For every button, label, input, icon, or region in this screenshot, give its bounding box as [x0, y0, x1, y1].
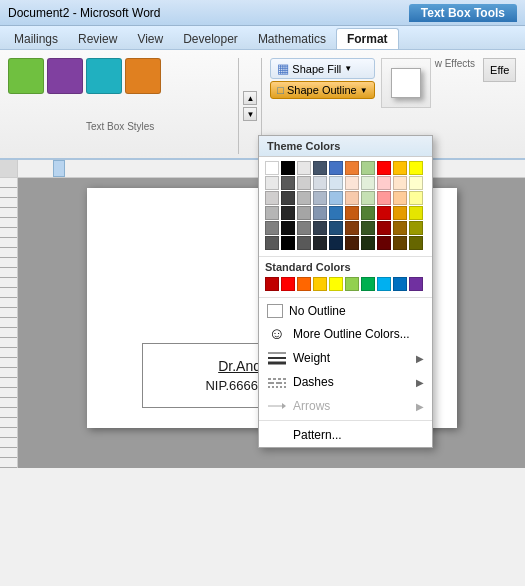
- theme-color-swatch[interactable]: [281, 161, 295, 175]
- swatch-teal[interactable]: [86, 58, 122, 94]
- tab-view[interactable]: View: [127, 29, 173, 49]
- theme-color-swatch[interactable]: [345, 206, 359, 220]
- theme-color-swatch[interactable]: [393, 161, 407, 175]
- theme-color-swatch[interactable]: [393, 206, 407, 220]
- standard-color-swatch[interactable]: [297, 277, 311, 291]
- ribbon-scroll-buttons: ▲ ▼: [241, 54, 259, 158]
- theme-color-swatch[interactable]: [281, 176, 295, 190]
- theme-color-swatch[interactable]: [393, 236, 407, 250]
- theme-color-swatch[interactable]: [361, 221, 375, 235]
- theme-color-swatch[interactable]: [313, 161, 327, 175]
- ruler-left-marker[interactable]: [53, 160, 65, 177]
- theme-color-swatch[interactable]: [329, 161, 343, 175]
- theme-color-swatch[interactable]: [297, 236, 311, 250]
- theme-color-swatch[interactable]: [297, 206, 311, 220]
- theme-color-swatch[interactable]: [297, 161, 311, 175]
- arrows-icon: [267, 398, 287, 414]
- theme-color-swatch[interactable]: [393, 176, 407, 190]
- theme-color-swatch[interactable]: [409, 236, 423, 250]
- theme-color-swatch[interactable]: [377, 221, 391, 235]
- shape-outline-button[interactable]: □ Shape Outline ▼: [270, 81, 374, 99]
- theme-color-swatch[interactable]: [409, 191, 423, 205]
- theme-color-swatch[interactable]: [313, 191, 327, 205]
- theme-color-swatch[interactable]: [345, 221, 359, 235]
- swatch-green[interactable]: [8, 58, 44, 94]
- theme-color-swatch[interactable]: [265, 206, 279, 220]
- swatch-purple[interactable]: [47, 58, 83, 94]
- theme-color-swatch[interactable]: [361, 161, 375, 175]
- standard-color-swatch[interactable]: [345, 277, 359, 291]
- theme-color-swatch[interactable]: [377, 161, 391, 175]
- theme-color-swatch[interactable]: [409, 161, 423, 175]
- theme-color-swatch[interactable]: [265, 221, 279, 235]
- theme-color-swatch[interactable]: [281, 221, 295, 235]
- standard-color-swatch[interactable]: [361, 277, 375, 291]
- theme-color-swatch[interactable]: [409, 221, 423, 235]
- divider-1: [259, 256, 432, 257]
- weight-label: Weight: [293, 351, 410, 365]
- theme-color-swatch[interactable]: [345, 176, 359, 190]
- standard-color-swatch[interactable]: [265, 277, 279, 291]
- more-colors-item[interactable]: ☺ More Outline Colors...: [259, 322, 432, 346]
- theme-color-swatch[interactable]: [361, 206, 375, 220]
- theme-color-swatch[interactable]: [297, 191, 311, 205]
- theme-color-swatch[interactable]: [329, 206, 343, 220]
- swatch-orange[interactable]: [125, 58, 161, 94]
- standard-color-swatch[interactable]: [281, 277, 295, 291]
- theme-color-swatch[interactable]: [265, 236, 279, 250]
- scroll-down-btn[interactable]: ▼: [243, 107, 257, 121]
- tab-mailings[interactable]: Mailings: [4, 29, 68, 49]
- standard-color-swatch[interactable]: [409, 277, 423, 291]
- theme-color-swatch[interactable]: [329, 176, 343, 190]
- theme-color-swatch[interactable]: [297, 221, 311, 235]
- tab-format[interactable]: Format: [336, 28, 399, 49]
- theme-color-swatch[interactable]: [313, 236, 327, 250]
- theme-color-swatch[interactable]: [345, 161, 359, 175]
- dashes-item[interactable]: Dashes ▶: [259, 370, 432, 394]
- weight-item[interactable]: Weight ▶: [259, 346, 432, 370]
- theme-color-swatch[interactable]: [345, 191, 359, 205]
- shape-fill-button[interactable]: ▦ Shape Fill ▼: [270, 58, 374, 79]
- scroll-up-btn[interactable]: ▲: [243, 91, 257, 105]
- theme-color-swatch[interactable]: [345, 236, 359, 250]
- weight-arrow: ▶: [416, 353, 424, 364]
- theme-color-swatch[interactable]: [329, 191, 343, 205]
- tab-developer[interactable]: Developer: [173, 29, 248, 49]
- dashes-icon: [267, 374, 287, 390]
- theme-color-swatch[interactable]: [297, 176, 311, 190]
- pattern-item[interactable]: Pattern...: [259, 423, 432, 447]
- dashes-arrow: ▶: [416, 377, 424, 388]
- theme-color-swatch[interactable]: [313, 221, 327, 235]
- theme-color-swatch[interactable]: [409, 206, 423, 220]
- tab-review[interactable]: Review: [68, 29, 127, 49]
- theme-color-swatch[interactable]: [361, 236, 375, 250]
- theme-color-swatch[interactable]: [377, 236, 391, 250]
- tab-mathematics[interactable]: Mathematics: [248, 29, 336, 49]
- standard-color-swatch[interactable]: [329, 277, 343, 291]
- theme-color-swatch[interactable]: [393, 191, 407, 205]
- theme-color-swatch[interactable]: [313, 206, 327, 220]
- theme-color-swatch[interactable]: [265, 176, 279, 190]
- eff-button[interactable]: Effe: [483, 58, 516, 82]
- standard-color-swatch[interactable]: [393, 277, 407, 291]
- theme-color-swatch[interactable]: [377, 206, 391, 220]
- theme-color-swatch[interactable]: [361, 191, 375, 205]
- theme-color-swatch[interactable]: [281, 206, 295, 220]
- theme-color-swatch[interactable]: [329, 221, 343, 235]
- theme-color-swatch[interactable]: [313, 176, 327, 190]
- theme-color-swatch[interactable]: [361, 176, 375, 190]
- theme-color-swatch[interactable]: [281, 236, 295, 250]
- title-bar: Document2 - Microsoft Word Text Box Tool…: [0, 0, 525, 26]
- theme-color-swatch[interactable]: [281, 191, 295, 205]
- theme-color-swatch[interactable]: [265, 161, 279, 175]
- theme-color-swatch[interactable]: [265, 191, 279, 205]
- theme-color-swatch[interactable]: [377, 176, 391, 190]
- standard-color-swatch[interactable]: [313, 277, 327, 291]
- standard-color-swatch[interactable]: [377, 277, 391, 291]
- theme-color-swatch[interactable]: [409, 176, 423, 190]
- theme-color-swatch[interactable]: [393, 221, 407, 235]
- theme-color-swatch[interactable]: [329, 236, 343, 250]
- color-swatch-group: Text Box Styles: [4, 54, 236, 158]
- theme-color-swatch[interactable]: [377, 191, 391, 205]
- no-outline-item[interactable]: No Outline: [259, 300, 432, 322]
